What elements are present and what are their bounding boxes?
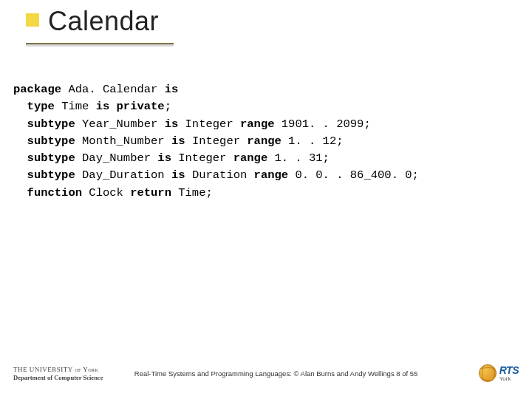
code-line: subtype Month_Number is Integer range 1.… bbox=[13, 133, 419, 150]
code-text: Ada. Calendar bbox=[61, 83, 165, 96]
code-text: Duration bbox=[185, 168, 254, 182]
code-text bbox=[13, 151, 27, 165]
title-underline-shadow bbox=[26, 45, 174, 47]
code-keyword: subtype bbox=[27, 168, 75, 182]
rts-label: RTS York bbox=[499, 365, 519, 382]
code-text bbox=[13, 186, 27, 200]
code-keyword: is bbox=[157, 151, 171, 165]
code-keyword: package bbox=[13, 83, 61, 96]
code-keyword: is bbox=[171, 168, 185, 182]
globe-icon bbox=[479, 364, 497, 382]
code-text: Month_Number bbox=[75, 134, 171, 148]
code-text: Year_Number bbox=[75, 117, 165, 131]
slide-footer: THE UNIVERSITY of York Department of Com… bbox=[13, 358, 519, 388]
code-keyword: subtype bbox=[27, 151, 75, 165]
code-line: subtype Year_Number is Integer range 190… bbox=[13, 116, 419, 133]
title-bullet-square bbox=[26, 13, 39, 27]
slide-title: Calendar bbox=[48, 6, 159, 37]
code-text: Integer bbox=[171, 151, 233, 165]
code-text: Day_Number bbox=[75, 151, 158, 165]
code-keyword: is bbox=[165, 83, 179, 96]
code-text: Time bbox=[55, 100, 96, 113]
code-line: subtype Day_Number is Integer range 1. .… bbox=[13, 150, 419, 167]
code-keyword: range bbox=[240, 117, 275, 131]
code-text bbox=[13, 100, 27, 113]
code-text: 0. 0. . 86_400. 0; bbox=[288, 168, 419, 182]
code-keyword: is bbox=[165, 117, 179, 131]
code-keyword: return bbox=[130, 186, 171, 200]
code-text: Integer bbox=[178, 117, 240, 131]
code-block: package Ada. Calendar is type Time is pr… bbox=[13, 81, 419, 202]
code-keyword: subtype bbox=[27, 117, 75, 131]
code-text bbox=[13, 134, 27, 148]
code-text: 1. . 31; bbox=[267, 151, 330, 165]
code-line: function Clock return Time; bbox=[13, 185, 419, 202]
code-text bbox=[13, 168, 27, 182]
code-text: Time; bbox=[171, 186, 213, 200]
code-keyword: subtype bbox=[27, 134, 75, 148]
footer-center: Real-Time Systems and Programming Langua… bbox=[73, 369, 478, 378]
code-keyword: range bbox=[233, 151, 268, 165]
code-text: 1901. . 2099; bbox=[275, 117, 371, 131]
code-keyword: function bbox=[27, 186, 82, 200]
code-keyword: range bbox=[247, 134, 282, 148]
code-text: Clock bbox=[82, 186, 130, 200]
code-text: Day_Duration bbox=[75, 168, 171, 182]
york-text: York bbox=[499, 376, 519, 382]
code-keyword: type bbox=[27, 100, 55, 113]
code-keyword: is private bbox=[96, 100, 165, 113]
code-text: Integer bbox=[185, 134, 248, 148]
footer-right: RTS York bbox=[479, 364, 519, 382]
slide-title-block: Calendar bbox=[26, 6, 159, 37]
code-text: ; bbox=[165, 100, 171, 113]
code-line: package Ada. Calendar is bbox=[13, 81, 419, 98]
code-text bbox=[13, 117, 27, 131]
code-keyword: is bbox=[171, 134, 185, 148]
code-line: type Time is private; bbox=[13, 98, 419, 115]
code-text: 1. . 12; bbox=[282, 134, 344, 148]
code-keyword: range bbox=[254, 168, 289, 182]
code-line: subtype Day_Duration is Duration range 0… bbox=[13, 167, 419, 184]
rts-text: RTS bbox=[499, 365, 519, 375]
